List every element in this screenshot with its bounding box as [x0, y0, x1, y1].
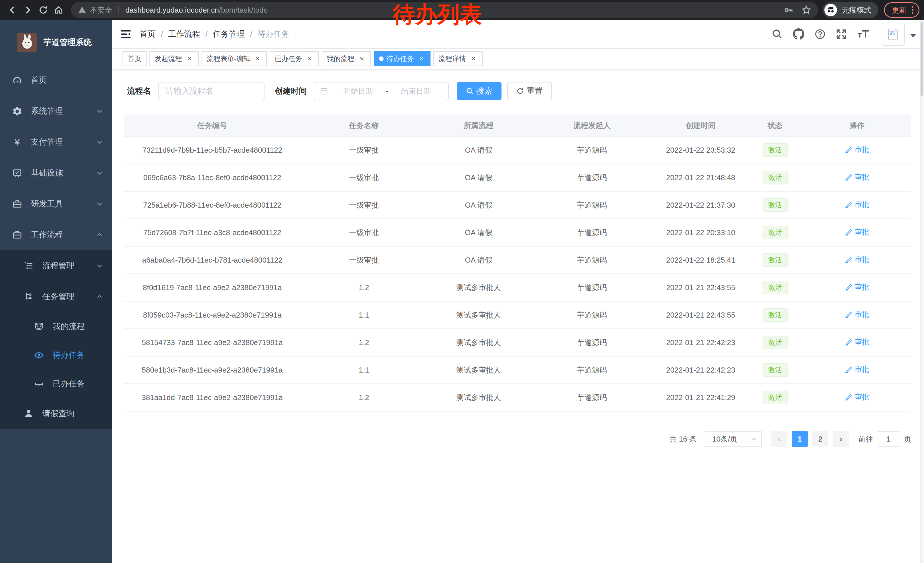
sidebar-item-workflow[interactable]: 工作流程 — [0, 219, 112, 250]
tab-start-process[interactable]: 发起流程 × — [149, 51, 199, 66]
action-cell: 审批 — [802, 219, 911, 246]
tab-todo-task[interactable]: 待办任务 × — [374, 51, 430, 66]
status-badge: 激活 — [762, 143, 788, 157]
fullscreen-icon[interactable] — [831, 29, 852, 39]
approve-link[interactable]: 审批 — [845, 172, 869, 182]
process-cell: 测试多审批人 — [427, 384, 530, 411]
approve-link-label: 审批 — [855, 172, 869, 182]
tab-process-form-edit[interactable]: 流程表单-编辑 × — [201, 51, 267, 66]
select-caret-icon — [750, 436, 757, 442]
approve-link[interactable]: 审批 — [845, 227, 869, 237]
reset-button-label: 重置 — [527, 86, 543, 96]
search-button-label: 搜索 — [476, 86, 492, 96]
table-row: 8f059c03-7ac8-11ec-a9e2-a2380e71991a 1.1… — [124, 301, 911, 329]
scrollbar-thumb[interactable] — [921, 22, 923, 96]
next-page-button[interactable]: › — [833, 431, 849, 447]
approve-link[interactable]: 审批 — [845, 392, 869, 402]
screen: 不安全 dashboard.yudao.iocoder.cn /bpm/task… — [0, 0, 924, 563]
reset-button[interactable]: 重置 — [507, 82, 552, 100]
tab-my-process[interactable]: 我的流程 × — [322, 51, 371, 66]
close-icon[interactable]: × — [254, 55, 262, 63]
approve-link[interactable]: 审批 — [845, 282, 869, 292]
date-range-picker[interactable]: 开始日期 - 结束日期 — [314, 82, 449, 100]
help-icon[interactable] — [810, 29, 831, 39]
font-size-icon[interactable] — [852, 29, 875, 39]
page-button-1[interactable]: 1 — [792, 431, 808, 447]
tab-done-task[interactable]: 已办任务 × — [270, 51, 319, 66]
approve-link[interactable]: 审批 — [845, 365, 869, 375]
column-header-process: 所属流程 — [427, 115, 530, 136]
status-cell: 激活 — [748, 384, 803, 411]
home-icon[interactable] — [51, 2, 66, 18]
status-badge: 激活 — [762, 171, 788, 185]
breadcrumb-task-management[interactable]: 任务管理 — [213, 29, 245, 39]
sidebar-item-label: 待办任务 — [52, 350, 85, 360]
sidebar-item-dev-tools[interactable]: 研发工具 — [0, 188, 112, 219]
url-path: /bpm/task/todo — [219, 6, 268, 15]
avatar-dropdown-caret-icon[interactable] — [910, 34, 916, 38]
close-icon[interactable]: × — [358, 55, 366, 63]
edit-pencil-icon — [845, 393, 852, 401]
approve-link[interactable]: 审批 — [845, 145, 869, 155]
security-warning-icon[interactable] — [78, 6, 87, 14]
sidebar-item-system[interactable]: 系统管理 — [0, 96, 112, 126]
sidebar-item-home[interactable]: 首页 — [0, 65, 112, 96]
starter-cell: 芋道源码 — [530, 219, 654, 246]
search-icon[interactable] — [766, 29, 788, 39]
approve-link[interactable]: 审批 — [845, 309, 869, 320]
tab-label: 已办任务 — [275, 54, 302, 63]
process-name-input[interactable] — [158, 82, 264, 100]
approve-link[interactable]: 审批 — [845, 337, 869, 347]
table-row: 73211d9d-7b9b-11ec-b5b7-acde48001122 一级审… — [124, 136, 911, 164]
approve-link[interactable]: 审批 — [845, 255, 869, 264]
pagination: 共 16 条 10条/页 ‹ 1 2 › 前往 页 — [112, 431, 911, 447]
page-button-2[interactable]: 2 — [812, 431, 828, 447]
breadcrumb-workflow[interactable]: 工作流程 — [168, 29, 200, 39]
page-scrollbar[interactable] — [920, 20, 924, 563]
column-header-actions: 操作 — [802, 115, 911, 136]
bookmark-star-icon[interactable] — [801, 5, 811, 15]
search-button[interactable]: 搜索 — [457, 82, 501, 100]
status-badge: 激活 — [762, 198, 788, 212]
sidebar-item-label: 流程管理 — [42, 260, 74, 271]
browser-menu-icon[interactable] — [912, 6, 914, 14]
goto-page-input[interactable] — [878, 431, 899, 447]
dashboard-icon — [12, 75, 23, 85]
back-icon[interactable] — [4, 2, 20, 18]
sidebar-item-leave-query[interactable]: 请假查询 — [0, 398, 112, 429]
sidebar-item-my-process[interactable]: 我的流程 — [0, 312, 112, 341]
breadcrumb-home[interactable]: 首页 — [140, 29, 156, 39]
breadcrumb-current: 待办任务 — [257, 29, 290, 39]
sidebar-item-task-management[interactable]: 任务管理 — [0, 281, 112, 312]
face-icon — [33, 321, 45, 331]
sidebar-item-done-task[interactable]: 已办任务 — [0, 369, 112, 398]
status-badge: 激活 — [762, 281, 788, 294]
sidebar-item-payment[interactable]: ¥ 支付管理 — [0, 126, 112, 158]
tab-process-detail[interactable]: 流程详情 × — [434, 51, 483, 66]
github-icon[interactable] — [788, 29, 810, 40]
tab-home[interactable]: 首页 — [123, 51, 147, 66]
close-icon[interactable]: × — [186, 55, 194, 63]
app-logo[interactable]: 芋道管理系统 — [0, 20, 112, 65]
update-button[interactable]: 更新 — [884, 2, 920, 18]
prev-page-button[interactable]: ‹ — [771, 431, 787, 447]
forward-icon[interactable] — [20, 2, 36, 18]
task-name-cell: 一级审批 — [301, 164, 427, 191]
approve-link[interactable]: 审批 — [845, 200, 869, 210]
password-key-icon[interactable] — [784, 5, 794, 15]
created-cell: 2022-01-22 21:37:30 — [654, 191, 747, 219]
process-cell: OA 请假 — [427, 246, 530, 274]
sidebar-menu: 首页 系统管理 ¥ 支付管理 — [0, 65, 112, 429]
close-icon[interactable]: × — [470, 55, 477, 63]
page-size-select[interactable]: 10条/页 — [705, 431, 762, 447]
reload-icon[interactable] — [36, 2, 51, 18]
sidebar-item-todo-task[interactable]: 待办任务 — [0, 341, 112, 369]
user-avatar[interactable] — [882, 23, 904, 45]
close-icon[interactable]: × — [417, 55, 425, 63]
task-id-cell: a6aba0a4-7b6d-11ec-b781-acde48001122 — [124, 246, 301, 274]
sidebar-toggle-icon[interactable] — [112, 20, 140, 48]
close-icon[interactable]: × — [306, 55, 314, 63]
top-navbar: 首页 / 工作流程 / 任务管理 / 待办任务 — [112, 20, 924, 49]
sidebar-item-infrastructure[interactable]: 基础设施 — [0, 158, 112, 188]
sidebar-item-process-management[interactable]: 流程管理 — [0, 250, 112, 281]
